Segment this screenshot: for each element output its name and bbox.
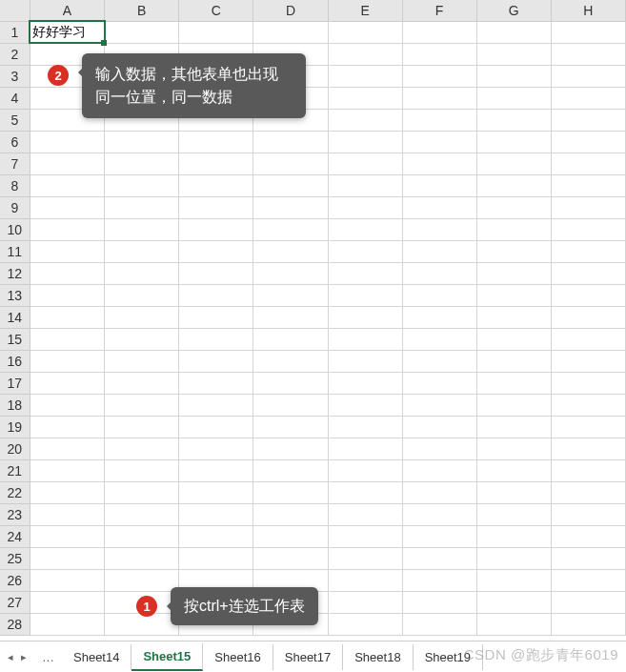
cell-F17[interactable]: [402, 372, 476, 394]
cell-E6[interactable]: [328, 131, 402, 153]
cell-B22[interactable]: [105, 481, 179, 503]
cell-D23[interactable]: [253, 503, 328, 525]
cell-F15[interactable]: [402, 328, 476, 350]
row-header-5[interactable]: 5: [0, 109, 30, 131]
cell-H21[interactable]: [551, 459, 625, 481]
row-header-11[interactable]: 11: [0, 240, 30, 262]
cell-A15[interactable]: [30, 328, 105, 350]
cell-C22[interactable]: [179, 481, 253, 503]
cell-G11[interactable]: [476, 240, 551, 262]
col-header-F[interactable]: F: [402, 0, 476, 21]
cell-E8[interactable]: [328, 174, 402, 196]
cell-C23[interactable]: [179, 503, 253, 525]
cell-B15[interactable]: [105, 328, 179, 350]
cell-H28[interactable]: [551, 613, 625, 635]
cell-G9[interactable]: [476, 196, 551, 218]
cell-F12[interactable]: [402, 262, 476, 284]
cell-G4[interactable]: [476, 87, 551, 109]
cell-A6[interactable]: [30, 131, 105, 153]
cell-B19[interactable]: [105, 416, 179, 438]
cell-F19[interactable]: [402, 416, 476, 438]
cell-A8[interactable]: [30, 174, 105, 196]
cell-B14[interactable]: [105, 306, 179, 328]
sheet-tab-Sheet15[interactable]: Sheet15: [131, 643, 203, 671]
cell-A11[interactable]: [30, 240, 105, 262]
cell-G3[interactable]: [476, 65, 551, 87]
cell-F1[interactable]: [402, 21, 476, 43]
cell-A26[interactable]: [30, 569, 105, 591]
cell-D6[interactable]: [253, 131, 328, 153]
col-header-G[interactable]: G: [476, 0, 551, 21]
col-header-A[interactable]: A: [30, 0, 105, 21]
cell-G12[interactable]: [476, 262, 551, 284]
cell-D22[interactable]: [253, 481, 328, 503]
cell-A13[interactable]: [30, 284, 105, 306]
cell-E25[interactable]: [328, 547, 402, 569]
cell-B24[interactable]: [105, 525, 179, 547]
cell-E28[interactable]: [328, 613, 402, 635]
cell-D16[interactable]: [253, 350, 328, 372]
cell-G24[interactable]: [476, 525, 551, 547]
row-header-17[interactable]: 17: [0, 372, 30, 394]
cell-G18[interactable]: [476, 394, 551, 416]
cell-B11[interactable]: [105, 240, 179, 262]
cell-D25[interactable]: [253, 547, 328, 569]
cell-F22[interactable]: [402, 481, 476, 503]
cell-E2[interactable]: [328, 43, 402, 65]
cell-A14[interactable]: [30, 306, 105, 328]
cell-E13[interactable]: [328, 284, 402, 306]
row-header-3[interactable]: 3: [0, 65, 30, 87]
cell-H10[interactable]: [551, 218, 625, 240]
row-header-20[interactable]: 20: [0, 438, 30, 459]
row-header-14[interactable]: 14: [0, 306, 30, 328]
cell-A19[interactable]: [30, 416, 105, 438]
cell-D17[interactable]: [253, 372, 328, 394]
cell-C10[interactable]: [179, 218, 253, 240]
cell-G26[interactable]: [476, 569, 551, 591]
cell-F2[interactable]: [402, 43, 476, 65]
cell-D21[interactable]: [253, 459, 328, 481]
cell-B21[interactable]: [105, 459, 179, 481]
row-header-21[interactable]: 21: [0, 459, 30, 481]
cell-H15[interactable]: [551, 328, 625, 350]
cell-E22[interactable]: [328, 481, 402, 503]
cell-A24[interactable]: [30, 525, 105, 547]
row-header-7[interactable]: 7: [0, 153, 30, 174]
cell-E11[interactable]: [328, 240, 402, 262]
col-header-C[interactable]: C: [179, 0, 253, 21]
cell-F24[interactable]: [402, 525, 476, 547]
cell-B7[interactable]: [105, 153, 179, 174]
cell-A9[interactable]: [30, 196, 105, 218]
cell-H17[interactable]: [551, 372, 625, 394]
cell-C7[interactable]: [179, 153, 253, 174]
cell-G20[interactable]: [476, 438, 551, 459]
cell-A28[interactable]: [30, 613, 105, 635]
cell-E7[interactable]: [328, 153, 402, 174]
cell-H4[interactable]: [551, 87, 625, 109]
cell-A17[interactable]: [30, 372, 105, 394]
cell-F9[interactable]: [402, 196, 476, 218]
cell-C21[interactable]: [179, 459, 253, 481]
cell-E4[interactable]: [328, 87, 402, 109]
cell-G17[interactable]: [476, 372, 551, 394]
cell-D24[interactable]: [253, 525, 328, 547]
row-header-26[interactable]: 26: [0, 569, 30, 591]
tab-nav-next-icon[interactable]: ▸: [19, 651, 29, 663]
cell-E9[interactable]: [328, 196, 402, 218]
row-header-1[interactable]: 1: [0, 21, 30, 43]
cell-H13[interactable]: [551, 284, 625, 306]
cell-F4[interactable]: [402, 87, 476, 109]
cell-E21[interactable]: [328, 459, 402, 481]
cell-E17[interactable]: [328, 372, 402, 394]
cell-G1[interactable]: [476, 21, 551, 43]
cell-B1[interactable]: [105, 21, 179, 43]
cell-H8[interactable]: [551, 174, 625, 196]
fill-handle[interactable]: [101, 40, 107, 46]
cell-D8[interactable]: [253, 174, 328, 196]
cell-A1[interactable]: 好好学习: [30, 21, 105, 43]
cell-C13[interactable]: [179, 284, 253, 306]
cell-C6[interactable]: [179, 131, 253, 153]
cell-C20[interactable]: [179, 438, 253, 459]
row-header-22[interactable]: 22: [0, 481, 30, 503]
cell-A21[interactable]: [30, 459, 105, 481]
